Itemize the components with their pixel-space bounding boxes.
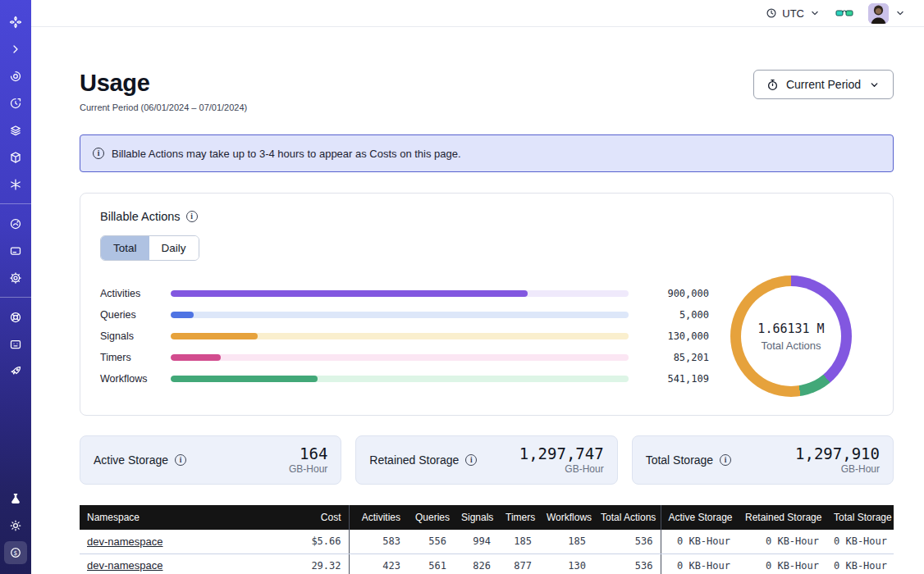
value-cell: 0 KB-Hour: [738, 554, 826, 574]
table-header-row: NamespaceCostActivitiesQueriesSignalsTim…: [80, 505, 894, 530]
value-cell: 556: [408, 530, 454, 554]
settings-gear-icon[interactable]: [4, 266, 27, 289]
tab-daily[interactable]: Daily: [149, 236, 199, 260]
temporal-logo-icon[interactable]: [4, 11, 27, 34]
value-cell: 561: [408, 554, 454, 574]
lab-flask-icon[interactable]: [4, 487, 27, 510]
feedback-screen-icon[interactable]: [4, 333, 27, 356]
bar-fill: [171, 312, 194, 318]
currency-coin-icon[interactable]: $: [4, 541, 27, 564]
value-cell: 130: [539, 554, 593, 574]
clock-icon: [766, 7, 777, 19]
info-icon[interactable]: i: [175, 454, 186, 466]
bar-value: 130,000: [642, 330, 709, 342]
namespace-cell[interactable]: dev-namespace: [80, 530, 273, 554]
main-content: Usage Current Period (06/01/2024 – 07/01…: [80, 27, 894, 574]
schedules-icon[interactable]: [4, 92, 27, 115]
namespaces-icon[interactable]: [4, 65, 27, 88]
usage-meter-icon[interactable]: [4, 212, 27, 235]
sidebar: $: [0, 0, 31, 574]
value-cell: 0 KB-Hour: [826, 554, 894, 574]
value-cell: 536: [593, 554, 661, 574]
support-ring-icon[interactable]: [4, 306, 27, 329]
bar-row: Workflows541,109: [100, 368, 709, 390]
namespace-cell[interactable]: dev-namespace: [80, 554, 273, 574]
avatar: [868, 3, 889, 24]
storage-card: Active Storagei164GB-Hour: [80, 435, 341, 485]
tab-total[interactable]: Total: [101, 236, 149, 260]
column-header: Workflows: [539, 505, 593, 530]
storage-cards: Active Storagei164GB-HourRetained Storag…: [80, 435, 894, 485]
svg-text:$: $: [14, 549, 18, 556]
column-header: Queries: [408, 505, 454, 530]
namespace-link[interactable]: dev-namespace: [87, 559, 163, 572]
bar-value: 5,000: [642, 309, 709, 321]
billing-card-icon[interactable]: [4, 239, 27, 262]
column-header: Active Storage: [661, 505, 738, 530]
layers-icon[interactable]: [4, 119, 27, 142]
bar-row: Queries5,000: [100, 304, 709, 326]
bar-label: Signals: [100, 330, 158, 342]
column-header: Namespace: [80, 505, 273, 530]
column-header: Total Storage: [826, 505, 894, 530]
column-header: Retained Storage: [738, 505, 826, 530]
chevron-down-icon: [868, 79, 881, 91]
value-cell: 0 KB-Hour: [661, 554, 738, 574]
bar-label: Activities: [100, 288, 158, 299]
timezone-selector[interactable]: UTC: [766, 7, 821, 20]
billable-actions-title: Billable Actions: [100, 210, 181, 223]
storage-card: Total Storagei1,297,910GB-Hour: [632, 435, 894, 485]
column-header: Signals: [454, 505, 498, 530]
getting-started-rocket-icon[interactable]: [4, 360, 27, 383]
storage-card-label: Total Storage: [646, 453, 714, 467]
bar-track: [171, 354, 629, 361]
bar-value: 85,201: [642, 352, 709, 363]
bar-fill: [171, 333, 258, 339]
theme-sun-icon[interactable]: [4, 514, 27, 537]
bar-label: Timers: [100, 352, 158, 363]
column-header: Total Actions: [593, 505, 661, 530]
storage-card-unit: GB-Hour: [519, 463, 604, 475]
storage-card-value: 164: [289, 445, 327, 463]
storage-card-label: Retained Storage: [369, 453, 459, 467]
page-title: Usage: [80, 70, 247, 97]
storage-card-label: Active Storage: [94, 453, 168, 467]
storage-card-value: 1,297,910: [795, 445, 880, 463]
topbar: UTC: [31, 0, 924, 27]
donut-total-value: 1.66131 M: [757, 321, 824, 336]
glasses-icon[interactable]: [835, 7, 853, 20]
period-button-label: Current Period: [786, 78, 861, 91]
value-cell: 185: [498, 530, 539, 554]
column-header: Timers: [498, 505, 539, 530]
storage-card-unit: GB-Hour: [795, 463, 880, 475]
expand-chevron-icon[interactable]: [4, 38, 27, 61]
sidebar-divider: [0, 297, 31, 298]
value-cell: 0 KB-Hour: [738, 530, 826, 554]
billable-actions-info-banner: i Billable Actions may take up to 3-4 ho…: [80, 134, 894, 172]
bar-label: Queries: [100, 309, 158, 321]
billable-bars: Activities900,000Queries5,000Signals130,…: [100, 283, 709, 390]
storage-card: Retained Storagei1,297,747GB-Hour: [355, 435, 617, 485]
bar-label: Workflows: [100, 373, 158, 385]
period-selector-button[interactable]: Current Period: [753, 70, 894, 99]
info-icon[interactable]: i: [186, 211, 198, 222]
nexus-asterisk-icon[interactable]: [4, 173, 27, 196]
bar-track: [171, 290, 629, 297]
info-icon[interactable]: i: [465, 454, 477, 466]
billable-actions-card: Billable Actions i TotalDaily Activities…: [80, 193, 894, 416]
value-cell: 583: [349, 530, 408, 554]
info-icon[interactable]: i: [720, 454, 731, 466]
user-menu[interactable]: [868, 3, 906, 24]
bar-row: Activities900,000: [100, 283, 709, 304]
storage-card-value: 1,297,747: [519, 445, 604, 463]
value-cell: 29.32: [273, 554, 349, 574]
donut-total-label: Total Actions: [762, 339, 821, 352]
deployments-cube-icon[interactable]: [4, 146, 27, 169]
namespace-link[interactable]: dev-namespace: [87, 535, 163, 548]
table-row: dev-namespace29.324235618268771305360 KB…: [80, 554, 894, 574]
value-cell: 826: [454, 554, 498, 574]
banner-text: Billable Actions may take up to 3-4 hour…: [112, 148, 461, 160]
bar-fill: [171, 376, 318, 382]
current-period-subtitle: Current Period (06/01/2024 – 07/01/2024): [80, 102, 247, 112]
total-actions-donut: 1.66131 M Total Actions: [730, 276, 852, 397]
